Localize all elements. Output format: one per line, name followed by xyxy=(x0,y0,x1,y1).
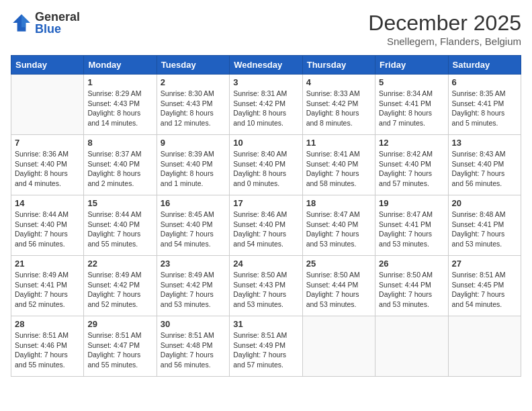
day-number: 2 xyxy=(161,77,226,87)
weekday-header-wednesday: Wednesday xyxy=(230,56,302,75)
calendar-cell: 23Sunrise: 8:49 AMSunset: 4:42 PMDayligh… xyxy=(157,256,229,316)
day-info: Sunrise: 8:31 AMSunset: 4:42 PMDaylight:… xyxy=(233,89,298,128)
day-number: 11 xyxy=(306,138,371,148)
day-info: Sunrise: 8:30 AMSunset: 4:43 PMDaylight:… xyxy=(161,89,226,128)
day-number: 1 xyxy=(87,77,152,87)
day-info: Sunrise: 8:41 AMSunset: 4:40 PMDaylight:… xyxy=(306,149,371,189)
calendar-cell: 5Sunrise: 8:34 AMSunset: 4:41 PMDaylight… xyxy=(375,75,448,135)
calendar-cell: 27Sunrise: 8:51 AMSunset: 4:45 PMDayligh… xyxy=(448,256,521,316)
day-info: Sunrise: 8:47 AMSunset: 4:40 PMDaylight:… xyxy=(306,210,371,249)
title-area: December 2025 Snellegem, Flanders, Belgi… xyxy=(368,11,521,47)
calendar-cell: 15Sunrise: 8:44 AMSunset: 4:40 PMDayligh… xyxy=(84,195,157,256)
day-info: Sunrise: 8:50 AMSunset: 4:43 PMDaylight:… xyxy=(233,270,298,310)
day-number: 30 xyxy=(161,319,226,329)
day-number: 29 xyxy=(87,319,152,329)
weekday-header-tuesday: Tuesday xyxy=(157,56,229,75)
weekday-header-sunday: Sunday xyxy=(11,56,84,75)
day-info: Sunrise: 8:42 AMSunset: 4:40 PMDaylight:… xyxy=(379,149,444,189)
week-row-5: 28Sunrise: 8:51 AMSunset: 4:46 PMDayligh… xyxy=(11,316,521,377)
calendar-cell: 1Sunrise: 8:29 AMSunset: 4:43 PMDaylight… xyxy=(84,75,157,135)
calendar-cell: 11Sunrise: 8:41 AMSunset: 4:40 PMDayligh… xyxy=(302,135,375,195)
calendar-cell: 31Sunrise: 8:51 AMSunset: 4:49 PMDayligh… xyxy=(230,316,302,377)
day-info: Sunrise: 8:47 AMSunset: 4:41 PMDaylight:… xyxy=(379,210,444,249)
day-info: Sunrise: 8:34 AMSunset: 4:41 PMDaylight:… xyxy=(379,89,444,128)
calendar-cell xyxy=(302,316,375,377)
day-number: 10 xyxy=(233,138,298,148)
week-row-4: 21Sunrise: 8:49 AMSunset: 4:41 PMDayligh… xyxy=(11,256,521,316)
logo-blue: Blue xyxy=(35,23,80,35)
day-number: 24 xyxy=(233,259,298,269)
day-info: Sunrise: 8:44 AMSunset: 4:40 PMDaylight:… xyxy=(15,210,80,249)
calendar-cell: 19Sunrise: 8:47 AMSunset: 4:41 PMDayligh… xyxy=(375,195,448,256)
day-info: Sunrise: 8:36 AMSunset: 4:40 PMDaylight:… xyxy=(15,149,80,189)
calendar-cell: 9Sunrise: 8:39 AMSunset: 4:40 PMDaylight… xyxy=(157,135,229,195)
calendar-cell: 24Sunrise: 8:50 AMSunset: 4:43 PMDayligh… xyxy=(230,256,302,316)
day-number: 14 xyxy=(15,198,80,208)
day-info: Sunrise: 8:51 AMSunset: 4:49 PMDaylight:… xyxy=(233,330,298,370)
day-info: Sunrise: 8:40 AMSunset: 4:40 PMDaylight:… xyxy=(233,149,298,189)
calendar-cell: 17Sunrise: 8:46 AMSunset: 4:40 PMDayligh… xyxy=(230,195,302,256)
logo-general: General xyxy=(35,11,80,23)
day-number: 31 xyxy=(233,319,298,329)
day-number: 15 xyxy=(87,198,152,208)
day-info: Sunrise: 8:49 AMSunset: 4:41 PMDaylight:… xyxy=(15,270,80,310)
day-number: 27 xyxy=(452,259,517,269)
day-number: 19 xyxy=(379,198,444,208)
day-info: Sunrise: 8:35 AMSunset: 4:41 PMDaylight:… xyxy=(452,89,517,128)
calendar-cell: 29Sunrise: 8:51 AMSunset: 4:47 PMDayligh… xyxy=(84,316,157,377)
calendar-cell: 25Sunrise: 8:50 AMSunset: 4:44 PMDayligh… xyxy=(302,256,375,316)
day-info: Sunrise: 8:45 AMSunset: 4:40 PMDaylight:… xyxy=(161,210,226,249)
day-number: 17 xyxy=(233,198,298,208)
calendar-cell: 12Sunrise: 8:42 AMSunset: 4:40 PMDayligh… xyxy=(375,135,448,195)
week-row-1: 1Sunrise: 8:29 AMSunset: 4:43 PMDaylight… xyxy=(11,75,521,135)
calendar-cell xyxy=(448,316,521,377)
calendar-cell: 2Sunrise: 8:30 AMSunset: 4:43 PMDaylight… xyxy=(157,75,229,135)
day-number: 20 xyxy=(452,198,517,208)
weekday-header-thursday: Thursday xyxy=(302,56,375,75)
calendar-cell: 26Sunrise: 8:50 AMSunset: 4:44 PMDayligh… xyxy=(375,256,448,316)
day-info: Sunrise: 8:51 AMSunset: 4:45 PMDaylight:… xyxy=(452,270,517,310)
calendar-cell: 22Sunrise: 8:49 AMSunset: 4:42 PMDayligh… xyxy=(84,256,157,316)
calendar-cell: 7Sunrise: 8:36 AMSunset: 4:40 PMDaylight… xyxy=(11,135,84,195)
day-number: 6 xyxy=(452,77,517,87)
day-info: Sunrise: 8:29 AMSunset: 4:43 PMDaylight:… xyxy=(87,89,152,128)
calendar-cell: 30Sunrise: 8:51 AMSunset: 4:48 PMDayligh… xyxy=(157,316,229,377)
calendar-cell: 8Sunrise: 8:37 AMSunset: 4:40 PMDaylight… xyxy=(84,135,157,195)
week-row-3: 14Sunrise: 8:44 AMSunset: 4:40 PMDayligh… xyxy=(11,195,521,256)
day-info: Sunrise: 8:44 AMSunset: 4:40 PMDaylight:… xyxy=(87,210,152,249)
week-row-2: 7Sunrise: 8:36 AMSunset: 4:40 PMDaylight… xyxy=(11,135,521,195)
calendar-cell: 16Sunrise: 8:45 AMSunset: 4:40 PMDayligh… xyxy=(157,195,229,256)
weekday-header-saturday: Saturday xyxy=(448,56,521,75)
calendar-cell xyxy=(11,75,84,135)
day-number: 18 xyxy=(306,198,371,208)
day-number: 21 xyxy=(15,259,80,269)
day-info: Sunrise: 8:51 AMSunset: 4:47 PMDaylight:… xyxy=(87,330,152,370)
day-info: Sunrise: 8:33 AMSunset: 4:42 PMDaylight:… xyxy=(306,89,371,128)
day-info: Sunrise: 8:37 AMSunset: 4:40 PMDaylight:… xyxy=(87,149,152,189)
calendar-cell: 10Sunrise: 8:40 AMSunset: 4:40 PMDayligh… xyxy=(230,135,302,195)
day-info: Sunrise: 8:48 AMSunset: 4:41 PMDaylight:… xyxy=(452,210,517,249)
calendar-cell: 4Sunrise: 8:33 AMSunset: 4:42 PMDaylight… xyxy=(302,75,375,135)
weekday-header-row: SundayMondayTuesdayWednesdayThursdayFrid… xyxy=(11,56,521,75)
calendar-cell: 6Sunrise: 8:35 AMSunset: 4:41 PMDaylight… xyxy=(448,75,521,135)
logo: General Blue xyxy=(11,11,80,35)
calendar-cell: 21Sunrise: 8:49 AMSunset: 4:41 PMDayligh… xyxy=(11,256,84,316)
logo-icon xyxy=(11,12,32,34)
header: General Blue December 2025 Snellegem, Fl… xyxy=(11,11,521,47)
day-number: 13 xyxy=(452,138,517,148)
weekday-header-friday: Friday xyxy=(375,56,448,75)
day-info: Sunrise: 8:50 AMSunset: 4:44 PMDaylight:… xyxy=(306,270,371,310)
day-number: 16 xyxy=(161,198,226,208)
day-number: 4 xyxy=(306,77,371,87)
day-number: 5 xyxy=(379,77,444,87)
month-title: December 2025 xyxy=(368,11,521,36)
calendar-cell: 13Sunrise: 8:43 AMSunset: 4:40 PMDayligh… xyxy=(448,135,521,195)
day-number: 22 xyxy=(87,259,152,269)
day-number: 9 xyxy=(161,138,226,148)
svg-marker-1 xyxy=(21,14,30,27)
day-info: Sunrise: 8:43 AMSunset: 4:40 PMDaylight:… xyxy=(452,149,517,189)
logo-text: General Blue xyxy=(35,11,80,35)
calendar-cell: 18Sunrise: 8:47 AMSunset: 4:40 PMDayligh… xyxy=(302,195,375,256)
calendar-cell: 3Sunrise: 8:31 AMSunset: 4:42 PMDaylight… xyxy=(230,75,302,135)
calendar-cell: 20Sunrise: 8:48 AMSunset: 4:41 PMDayligh… xyxy=(448,195,521,256)
